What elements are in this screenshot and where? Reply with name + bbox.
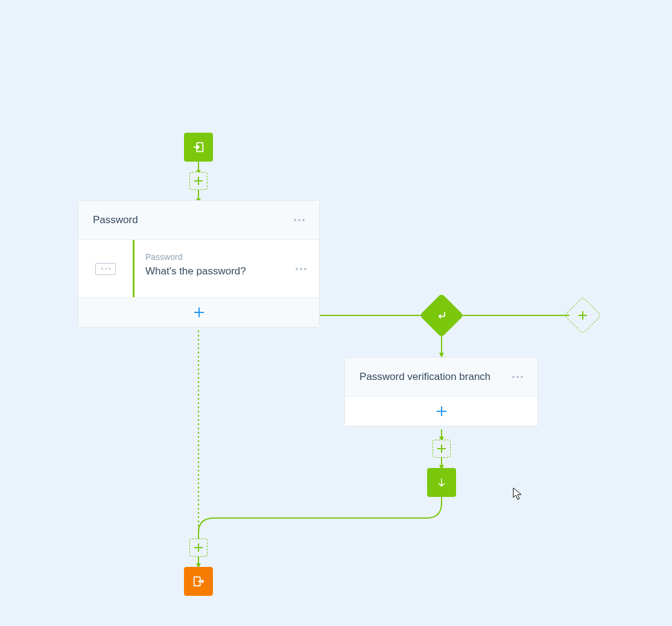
plus-icon bbox=[194, 308, 204, 317]
card-add-step[interactable] bbox=[78, 298, 319, 327]
plus-icon bbox=[194, 543, 203, 552]
exit-icon bbox=[192, 575, 205, 588]
add-branch-diamond[interactable] bbox=[564, 297, 601, 334]
card-header[interactable]: Password bbox=[78, 201, 319, 240]
mouse-cursor bbox=[513, 487, 522, 503]
card-row[interactable]: Password What's the password? bbox=[78, 240, 319, 298]
card-header[interactable]: Password verification branch bbox=[345, 358, 537, 397]
continue-node[interactable] bbox=[427, 468, 456, 497]
start-node[interactable] bbox=[184, 133, 213, 162]
plus-icon bbox=[437, 444, 446, 453]
plus-icon bbox=[437, 406, 446, 416]
row-icon-cell bbox=[78, 240, 133, 297]
end-node[interactable] bbox=[184, 567, 213, 596]
enter-icon bbox=[192, 141, 205, 154]
verification-branch-card[interactable]: Password verification branch bbox=[344, 357, 538, 426]
arrow-down-icon bbox=[436, 477, 447, 488]
return-icon bbox=[436, 309, 448, 321]
flow-canvas[interactable]: Password Password What's the password? bbox=[0, 0, 672, 626]
password-card[interactable]: Password Password What's the password? bbox=[78, 200, 320, 327]
row-title: What's the password? bbox=[145, 265, 270, 277]
card-menu-button[interactable] bbox=[512, 376, 523, 378]
row-menu-button[interactable] bbox=[296, 268, 306, 270]
card-title: Password verification branch bbox=[360, 371, 490, 383]
card-menu-button[interactable] bbox=[294, 219, 305, 221]
add-step-button[interactable] bbox=[189, 172, 208, 190]
plus-icon bbox=[194, 177, 203, 185]
card-add-step[interactable] bbox=[345, 397, 537, 426]
password-field-icon bbox=[95, 263, 116, 275]
card-title: Password bbox=[93, 214, 138, 226]
add-step-button[interactable] bbox=[433, 440, 451, 458]
plus-icon bbox=[578, 311, 587, 320]
decision-node[interactable] bbox=[419, 293, 464, 338]
add-step-button[interactable] bbox=[189, 539, 208, 557]
row-kicker: Password bbox=[145, 252, 270, 262]
